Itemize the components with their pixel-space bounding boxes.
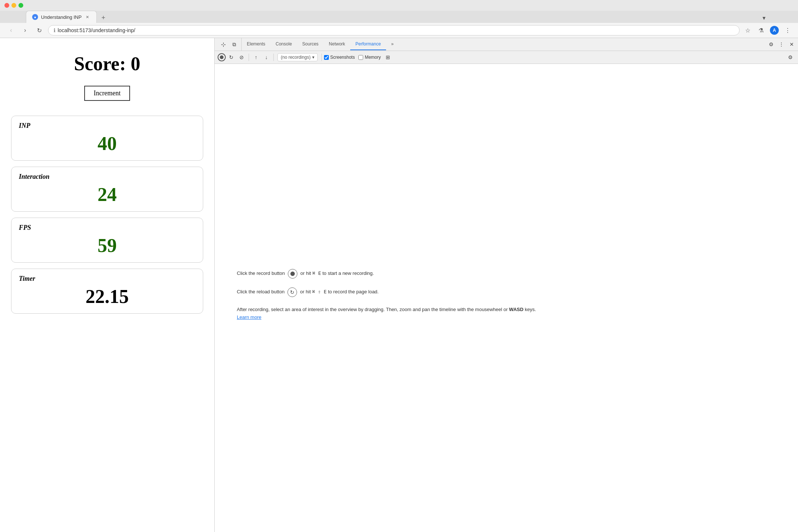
detail-suffix: keys. bbox=[525, 307, 536, 312]
browser-tab[interactable]: ● Understanding INP ✕ bbox=[26, 11, 97, 23]
traffic-lights bbox=[4, 3, 23, 8]
reload-text-suffix: to record the page load. bbox=[328, 289, 379, 294]
fps-card: FPS 59 bbox=[11, 218, 203, 263]
detail-paragraph: After recording, select an area of inter… bbox=[237, 306, 536, 321]
devtools-content: Click the record button or hit ⌘ E to st… bbox=[215, 64, 798, 532]
tab-network[interactable]: Network bbox=[324, 38, 350, 50]
reload-arrow-icon: ↻ bbox=[290, 289, 294, 295]
record-icon-inline bbox=[288, 269, 297, 279]
forward-button[interactable]: › bbox=[20, 25, 30, 35]
bookmark-icon[interactable]: ☆ bbox=[743, 26, 752, 35]
devtools-gear-icon[interactable]: ⚙ bbox=[785, 52, 795, 62]
devtools-tab-extra: ⚙ ⋮ ✕ bbox=[766, 40, 797, 49]
toolbar-separator-1 bbox=[249, 54, 249, 61]
inp-value: 40 bbox=[19, 133, 195, 154]
fps-label: FPS bbox=[19, 224, 195, 232]
reload-instruction-block: Click the reload button ↻ or hit ⌘ ⇧ E t… bbox=[237, 287, 379, 297]
url-bar[interactable]: ℹ localhost:5173/understanding-inp/ bbox=[48, 25, 740, 35]
close-button[interactable] bbox=[4, 3, 9, 8]
devtools-panel: ⊹ ⧉ Elements Console Sources Network Per… bbox=[214, 38, 798, 532]
devtools-more-icon[interactable]: ⋮ bbox=[777, 40, 786, 49]
title-bar bbox=[0, 0, 798, 11]
address-bar: ‹ › ↻ ℹ localhost:5173/understanding-inp… bbox=[0, 23, 798, 38]
screenshot-capture-icon[interactable]: ⊞ bbox=[383, 52, 393, 62]
reload-text-prefix: Click the reload button bbox=[237, 288, 284, 296]
record-text-suffix: to start a new recording. bbox=[323, 270, 374, 276]
tab-favicon: ● bbox=[32, 14, 38, 20]
dropdown-arrow-icon: ▾ bbox=[312, 55, 314, 60]
browser-chrome: ● Understanding INP ✕ + ▾ ‹ › ↻ ℹ localh… bbox=[0, 0, 798, 38]
inp-label: INP bbox=[19, 122, 195, 130]
toolbar-separator-2 bbox=[273, 54, 274, 61]
url-text: localhost:5173/understanding-inp/ bbox=[58, 27, 734, 33]
memory-checkbox[interactable]: Memory bbox=[358, 55, 381, 60]
maximize-button[interactable] bbox=[18, 3, 23, 8]
timer-label: Timer bbox=[19, 275, 195, 283]
reload-button[interactable]: ↻ bbox=[34, 25, 44, 35]
toolbar-right: ☆ ⚗ A ⋮ bbox=[743, 26, 792, 35]
new-tab-button[interactable]: + bbox=[98, 13, 109, 23]
reload-text-shortcut: or hit ⌘ ⇧ E to record the page load. bbox=[300, 288, 379, 296]
inp-card: INP 40 bbox=[11, 116, 203, 161]
reload-shortcut-kbd: ⌘ ⇧ E bbox=[312, 289, 327, 294]
screenshots-input[interactable] bbox=[324, 55, 329, 60]
tab-elements[interactable]: Elements bbox=[242, 38, 270, 50]
learn-more-link[interactable]: Learn more bbox=[237, 314, 261, 320]
record-instruction-block: Click the record button or hit ⌘ E to st… bbox=[237, 269, 374, 279]
tab-title: Understanding INP bbox=[41, 14, 82, 20]
fps-value: 59 bbox=[19, 235, 195, 256]
main-area: Score: 0 Increment INP 40 Interaction 24… bbox=[0, 38, 798, 532]
inspect-element-icon[interactable]: ⊹ bbox=[218, 40, 228, 49]
memory-input[interactable] bbox=[358, 55, 363, 60]
devtools-close-icon[interactable]: ✕ bbox=[787, 40, 797, 49]
record-text-prefix: Click the record button bbox=[237, 270, 285, 277]
devtools-settings-icon[interactable]: ⚙ bbox=[766, 40, 776, 49]
detail-text: After recording, select an area of inter… bbox=[237, 307, 508, 312]
score-display: Score: 0 bbox=[11, 53, 203, 75]
download-button[interactable]: ↓ bbox=[262, 52, 271, 62]
tab-more[interactable]: » bbox=[386, 38, 399, 50]
devtools-tab-bar: ⊹ ⧉ Elements Console Sources Network Per… bbox=[215, 38, 798, 51]
timer-card: Timer 22.15 bbox=[11, 269, 203, 314]
tab-bar: ● Understanding INP ✕ + ▾ bbox=[0, 11, 798, 23]
interaction-value: 24 bbox=[19, 184, 195, 205]
toolbar-separator-3 bbox=[321, 54, 322, 61]
interaction-card: Interaction 24 bbox=[11, 167, 203, 212]
webpage: Score: 0 Increment INP 40 Interaction 24… bbox=[0, 38, 214, 532]
clear-button[interactable]: ⊘ bbox=[237, 52, 246, 62]
memory-label: Memory bbox=[365, 55, 381, 60]
tab-dropdown-button[interactable]: ▾ bbox=[759, 13, 769, 23]
devtools-toolbar: ↻ ⊘ ↑ ↓ (no recordings) ▾ Screenshots Me… bbox=[215, 51, 798, 64]
recordings-dropdown[interactable]: (no recordings) ▾ bbox=[277, 53, 318, 61]
recordings-placeholder: (no recordings) bbox=[281, 55, 311, 60]
wasd-label: WASD bbox=[509, 307, 524, 312]
device-toolbar-icon[interactable]: ⧉ bbox=[229, 40, 239, 49]
record-text-shortcut: or hit ⌘ E to start a new recording. bbox=[300, 270, 374, 277]
info-icon: ℹ bbox=[54, 27, 55, 33]
reload-record-button[interactable]: ↻ bbox=[226, 52, 236, 62]
menu-icon[interactable]: ⋮ bbox=[783, 26, 792, 35]
screenshots-label: Screenshots bbox=[330, 55, 355, 60]
tab-performance[interactable]: Performance bbox=[350, 38, 386, 50]
record-shortcut-kbd: ⌘ E bbox=[313, 270, 321, 276]
minimize-button[interactable] bbox=[11, 3, 16, 8]
experiments-icon[interactable]: ⚗ bbox=[757, 26, 765, 35]
profile-avatar[interactable]: A bbox=[770, 26, 779, 35]
back-button[interactable]: ‹ bbox=[6, 25, 16, 35]
tab-sources[interactable]: Sources bbox=[297, 38, 324, 50]
upload-button[interactable]: ↑ bbox=[251, 52, 261, 62]
tab-close-button[interactable]: ✕ bbox=[85, 14, 91, 20]
timer-value: 22.15 bbox=[19, 286, 195, 307]
increment-button[interactable]: Increment bbox=[84, 86, 130, 101]
tab-console[interactable]: Console bbox=[270, 38, 297, 50]
reload-icon-inline: ↻ bbox=[287, 287, 297, 297]
screenshots-checkbox[interactable]: Screenshots bbox=[324, 55, 355, 60]
interaction-label: Interaction bbox=[19, 173, 195, 181]
record-button[interactable] bbox=[218, 53, 226, 61]
